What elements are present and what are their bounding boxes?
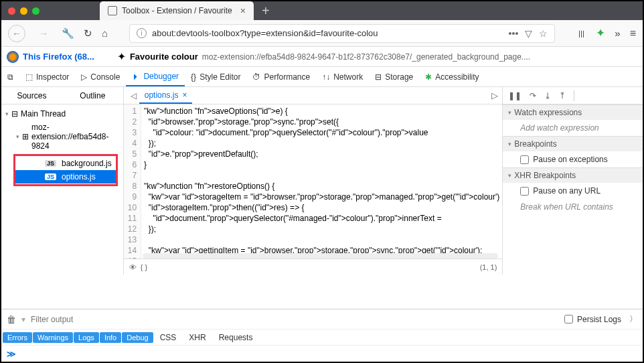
sources-tab[interactable]: Sources [1, 87, 62, 104]
tab-debugger[interactable]: ⏵ Debugger [126, 67, 185, 86]
filter-requests[interactable]: Requests [213, 332, 259, 344]
wrench-icon[interactable]: 🔧 [62, 27, 74, 40]
overflow-icon[interactable]: » [615, 27, 620, 39]
line-gutter: 123456789101112131415161718 [124, 104, 141, 259]
filter-logs[interactable]: Logs [74, 332, 99, 343]
traffic-lights [8, 7, 39, 15]
sources-panel: Sources Outline ⊟ Main Thread ⊞ moz-exte… [1, 87, 124, 275]
filter-xhr[interactable]: XHR [183, 332, 212, 344]
extension-bar: This Firefox (68... ✦ Favourite colour m… [1, 47, 643, 67]
breakpoints-pane-header[interactable]: Breakpoints [503, 136, 643, 151]
pause-url-checkbox[interactable]: Pause on any URL [520, 186, 636, 196]
hamburger-icon[interactable]: ≡ [630, 27, 636, 40]
highlight-box: JSbackground.js JSoptions.js [13, 154, 118, 186]
maximize-window-icon[interactable] [32, 7, 39, 15]
step-out-icon[interactable]: ⤒ [559, 91, 566, 100]
filter-warnings[interactable]: Warnings [33, 332, 73, 343]
filter-debug[interactable]: Debug [122, 332, 153, 343]
source-tree: ⊟ Main Thread ⊞ moz-extension://efba54d8… [1, 104, 123, 190]
star-icon[interactable]: ☆ [539, 28, 548, 39]
back-button[interactable]: ← [8, 25, 25, 42]
step-in-icon[interactable]: ⤓ [544, 91, 551, 100]
clear-console-icon[interactable]: 🗑 [7, 314, 16, 325]
tree-main-thread[interactable]: ⊟ Main Thread [1, 107, 123, 121]
puzzle-icon: ✦ [117, 50, 126, 63]
extension-name: Favourite colour [130, 52, 198, 62]
watch-pane-header[interactable]: Watch expressions [503, 104, 643, 120]
firefox-icon [7, 51, 19, 63]
tab-accessibility[interactable]: ✱ Accessibility [419, 67, 485, 86]
cursor-position: (1, 1) [480, 263, 497, 271]
xhr-placeholder[interactable]: Break when URL contains [520, 202, 613, 212]
more-icon[interactable]: ••• [509, 28, 519, 39]
url-bar[interactable]: i about:devtools-toolbox?type=extension&… [129, 24, 555, 43]
pause-icon[interactable]: ❚❚ [508, 91, 521, 100]
tree-extension[interactable]: ⊞ moz-extension://efba54d8-9824 [1, 121, 123, 153]
open-file-tab[interactable]: options.js× [139, 87, 193, 104]
tab-style-editor[interactable]: {} Style Editor [185, 67, 246, 86]
home-icon[interactable]: ⌂ [102, 27, 108, 39]
firefox-label[interactable]: This Firefox (68... [23, 52, 94, 62]
outline-tab[interactable]: Outline [62, 87, 123, 104]
nav-toolbar: ← → 🔧 ↻ ⌂ i about:devtools-toolbox?type=… [1, 20, 643, 47]
tree-file-background[interactable]: JSbackground.js [15, 157, 116, 170]
frame-select-icon[interactable]: ⧉ [1, 67, 19, 86]
filter-css[interactable]: CSS [154, 332, 183, 344]
filter-info[interactable]: Info [100, 332, 121, 343]
step-over-icon[interactable]: ↷ [530, 91, 536, 100]
tab-favicon [108, 6, 117, 15]
code-panel: ◁ options.js× ▷ 123456789101112131415161… [124, 87, 503, 275]
next-file-icon[interactable]: ▷ [491, 90, 498, 100]
window-titlebar: Toolbox - Extension / Favourite × + [1, 1, 643, 20]
watch-toggle-icon[interactable]: 👁 [129, 263, 137, 271]
minimize-window-icon[interactable] [20, 7, 27, 15]
tab-performance[interactable]: ⏱ Performance [246, 67, 316, 86]
console-close-icon[interactable]: 〉 [629, 313, 637, 325]
info-icon[interactable]: i [137, 28, 147, 38]
code-body[interactable]: "kw">function "fn">saveOptions("id">e) {… [141, 104, 502, 259]
close-window-icon[interactable] [8, 7, 15, 15]
scope-icon[interactable]: { } [141, 263, 147, 271]
extension-url: moz-extension://efba54d8-9824-9647-b1f2-… [202, 52, 530, 62]
new-tab-button[interactable]: + [262, 3, 270, 19]
prev-file-icon[interactable]: ◁ [128, 91, 139, 100]
tab-console[interactable]: ▷ Console [75, 67, 126, 86]
console-filters: Errors Warnings Logs Info Debug CSS XHR … [1, 330, 643, 346]
tab-storage[interactable]: ⊟ Storage [369, 67, 419, 86]
tab-inspector[interactable]: ⬚ Inspector [19, 67, 75, 86]
url-text: about:devtools-toolbox?type=extension&id… [152, 28, 509, 38]
reload-icon[interactable]: ↻ [84, 27, 92, 40]
tree-file-options[interactable]: JSoptions.js [15, 170, 116, 184]
code-editor[interactable]: 123456789101112131415161718 "kw">functio… [124, 104, 503, 259]
browser-tab[interactable]: Toolbox - Extension / Favourite × [100, 1, 254, 20]
persist-logs-checkbox[interactable]: Persist Logs [564, 315, 621, 324]
filter-errors[interactable]: Errors [3, 332, 32, 343]
library-icon[interactable]: ⫼ [576, 27, 586, 39]
reader-icon[interactable]: ▽ [525, 28, 532, 39]
watch-placeholder[interactable]: Add watch expression [520, 123, 598, 133]
debugger-side-panel: ❚❚ ↷ ⤓ ⤒ Watch expressions Add watch exp… [503, 87, 643, 275]
tab-network[interactable]: ↑↓ Network [316, 67, 369, 86]
forward-button: → [35, 25, 52, 42]
close-file-icon[interactable]: × [182, 90, 187, 100]
console-prompt-icon[interactable]: ≫ [7, 349, 16, 359]
close-tab-icon[interactable]: × [240, 5, 246, 16]
xhr-pane-header[interactable]: XHR Breakpoints [503, 167, 643, 183]
pause-exceptions-checkbox[interactable]: Pause on exceptions [520, 155, 636, 164]
tab-title: Toolbox - Extension / Favourite [122, 6, 235, 15]
devtools-tabs: ⧉ ⬚ Inspector ▷ Console ⏵ Debugger {} St… [1, 67, 643, 87]
debugger-main: Sources Outline ⊟ Main Thread ⊞ moz-exte… [1, 87, 643, 275]
filter-input[interactable] [31, 315, 138, 324]
horizontal-scrollbar[interactable] [143, 253, 499, 259]
console-drawer: 🗑 ▾ Persist Logs 〉 Errors Warnings Logs … [1, 309, 643, 362]
extensions-icon[interactable]: ✦ [596, 26, 605, 40]
